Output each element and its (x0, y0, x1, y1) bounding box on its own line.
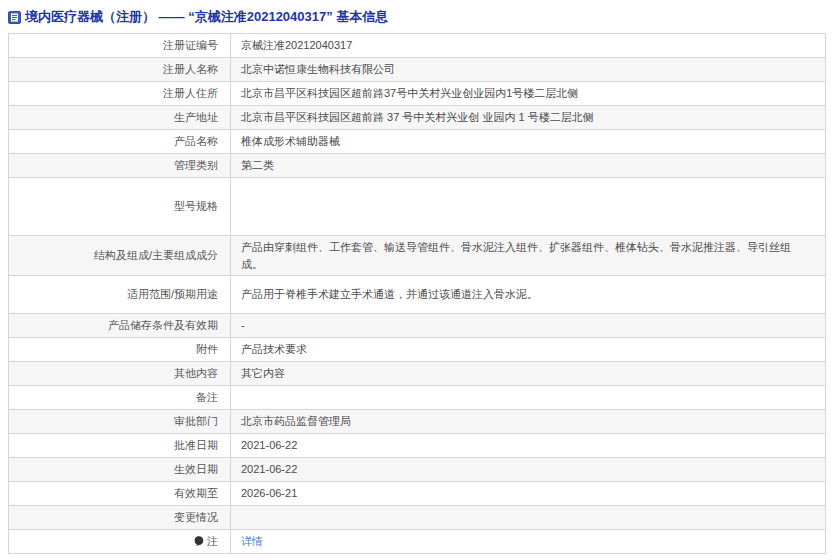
row-value-effective-date: 2021-06-22 (231, 458, 826, 482)
table-row-registrant-name: 注册人名称 北京中诺恒康生物科技有限公司 (9, 58, 826, 82)
table-row-note: 注 详情 (9, 530, 826, 554)
document-icon (8, 11, 21, 24)
row-label-product-name: 产品名称 (9, 130, 231, 154)
row-label-approval-date: 批准日期 (9, 434, 231, 458)
row-value-registrant-name: 北京中诺恒康生物科技有限公司 (231, 58, 826, 82)
row-value-remarks (231, 386, 826, 410)
row-value-expiry-date: 2026-06-21 (231, 482, 826, 506)
row-label-remarks: 备注 (9, 386, 231, 410)
row-value-change-status (231, 506, 826, 530)
table-row-expiry-date: 有效期至 2026-06-21 (9, 482, 826, 506)
table-row-attachment: 附件 产品技术要求 (9, 338, 826, 362)
table-row-remarks: 备注 (9, 386, 826, 410)
row-label-storage-conditions: 产品储存条件及有效期 (9, 314, 231, 338)
row-label-effective-date: 生效日期 (9, 458, 231, 482)
row-value-storage-conditions: - (231, 314, 826, 338)
row-label-management-category: 管理类别 (9, 154, 231, 178)
row-value-registration-number: 京械注准20212040317 (231, 34, 826, 58)
page-title: 境内医疗器械（注册） —— “京械注准20212040317” 基本信息 (8, 8, 836, 26)
row-value-approval-date: 2021-06-22 (231, 434, 826, 458)
row-label-note-text: 注 (207, 535, 218, 547)
table-row-product-name: 产品名称 椎体成形术辅助器械 (9, 130, 826, 154)
row-label-model-spec: 型号规格 (9, 178, 231, 236)
table-row-registration-number: 注册证编号 京械注准20212040317 (9, 34, 826, 58)
table-row-production-address: 生产地址 北京市昌平区科技园区超前路 37 号中关村兴业创 业园内 1 号楼二层… (9, 106, 826, 130)
table-row-approval-date: 批准日期 2021-06-22 (9, 434, 826, 458)
table-row-storage-conditions: 产品储存条件及有效期 - (9, 314, 826, 338)
table-row-approval-department: 审批部门 北京市药品监督管理局 (9, 410, 826, 434)
row-value-other-content: 其它内容 (231, 362, 826, 386)
table-row-management-category: 管理类别 第二类 (9, 154, 826, 178)
page: 境内医疗器械（注册） —— “京械注准20212040317” 基本信息 注册证… (0, 0, 836, 560)
row-label-production-address: 生产地址 (9, 106, 231, 130)
row-label-other-content: 其他内容 (9, 362, 231, 386)
table-row-other-content: 其他内容 其它内容 (9, 362, 826, 386)
table-row-model-spec: 型号规格 (9, 178, 826, 236)
registration-info-table: 注册证编号 京械注准20212040317 注册人名称 北京中诺恒康生物科技有限… (8, 33, 826, 554)
note-detail-link[interactable]: 详情 (241, 535, 263, 547)
row-label-expiry-date: 有效期至 (9, 482, 231, 506)
row-label-note: 注 (9, 530, 231, 554)
row-value-approval-department: 北京市药品监督管理局 (231, 410, 826, 434)
row-value-attachment: 产品技术要求 (231, 338, 826, 362)
row-label-attachment: 附件 (9, 338, 231, 362)
row-label-composition: 结构及组成/主要组成成分 (9, 236, 231, 276)
row-label-approval-department: 审批部门 (9, 410, 231, 434)
row-label-registrant-address: 注册人住所 (9, 82, 231, 106)
row-label-intended-use: 适用范围/预期用途 (9, 276, 231, 314)
table-row-registrant-address: 注册人住所 北京市昌平区科技园区超前路37号中关村兴业创业园内1号楼二层北侧 (9, 82, 826, 106)
table-row-intended-use: 适用范围/预期用途 产品用于脊椎手术建立手术通道，并通过该通道注入骨水泥。 (9, 276, 826, 314)
table-row-effective-date: 生效日期 2021-06-22 (9, 458, 826, 482)
row-value-composition: 产品由穿刺组件、工作套管、输送导管组件、骨水泥注入组件、扩张器组件、椎体钻头、骨… (231, 236, 826, 276)
row-value-registrant-address: 北京市昌平区科技园区超前路37号中关村兴业创业园内1号楼二层北侧 (231, 82, 826, 106)
row-value-model-spec (231, 178, 826, 236)
row-value-product-name: 椎体成形术辅助器械 (231, 130, 826, 154)
page-title-text: 境内医疗器械（注册） —— “京械注准20212040317” 基本信息 (25, 8, 388, 26)
row-value-production-address: 北京市昌平区科技园区超前路 37 号中关村兴业创 业园内 1 号楼二层北侧 (231, 106, 826, 130)
row-label-change-status: 变更情况 (9, 506, 231, 530)
row-value-management-category: 第二类 (231, 154, 826, 178)
row-value-note: 详情 (231, 530, 826, 554)
table-row-composition: 结构及组成/主要组成成分 产品由穿刺组件、工作套管、输送导管组件、骨水泥注入组件… (9, 236, 826, 276)
note-icon (194, 536, 204, 546)
row-value-intended-use: 产品用于脊椎手术建立手术通道，并通过该通道注入骨水泥。 (231, 276, 826, 314)
row-label-registrant-name: 注册人名称 (9, 58, 231, 82)
table-row-change-status: 变更情况 (9, 506, 826, 530)
row-label-registration-number: 注册证编号 (9, 34, 231, 58)
